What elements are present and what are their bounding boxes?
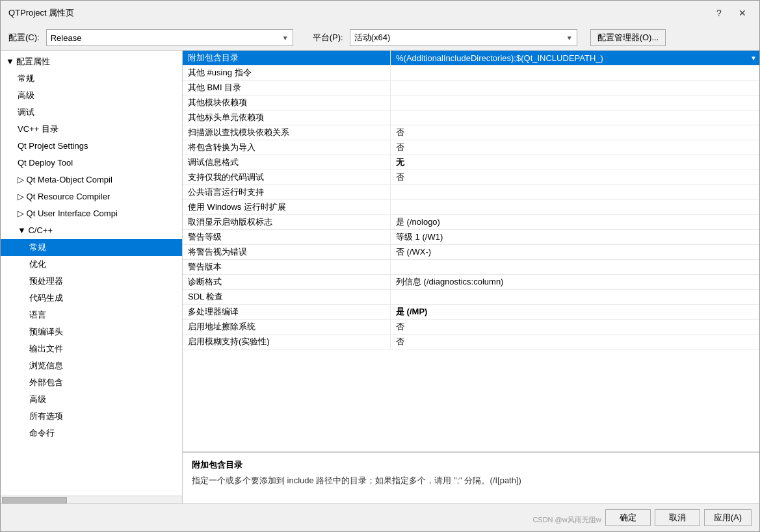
prop-name-windows-runtime-ext: 使用 Windows 运行时扩展 <box>183 200 391 214</box>
prop-value-sdl-check <box>391 290 759 304</box>
tree-item-ccpp-preprocessor[interactable]: 预处理器 <box>1 273 182 290</box>
tree-item-ccpp-browse[interactable]: 浏览信息 <box>1 357 182 374</box>
tree-container: ▼ 配置属性常规高级调试VC++ 目录Qt Project SettingsQt… <box>1 51 182 496</box>
prop-row-common-lang-runtime[interactable]: 公共语言运行时支持 <box>183 185 759 200</box>
prop-name-diag-format: 诊断格式 <box>183 275 391 289</box>
tree-item-ccpp-output[interactable]: 输出文件 <box>1 340 182 357</box>
main-content: ▼ 配置属性常规高级调试VC++ 目录Qt Project SettingsQt… <box>1 50 759 503</box>
prop-name-warnings-as-errors: 将警告视为错误 <box>183 245 391 259</box>
tree-item-ccpp-advanced2[interactable]: 高级 <box>1 391 182 408</box>
tree-item-general[interactable]: 常规 <box>1 70 182 87</box>
tree-item-qt-meta-object[interactable]: ▷ Qt Meta-Object Compil <box>1 171 182 188</box>
property-table: 附加包含目录%(AdditionalIncludeDirectories);$(… <box>183 51 759 451</box>
prop-row-sdl-check[interactable]: SDL 检查 <box>183 290 759 305</box>
tree-item-ccpp-pch[interactable]: 预编译头 <box>1 323 182 340</box>
prop-name-other-module-deps: 其他模块依赖项 <box>183 95 391 110</box>
prop-row-scan-deps[interactable]: 扫描源以查找模块依赖关系否 <box>183 125 759 140</box>
prop-value-include-to-import: 否 <box>391 140 759 155</box>
prop-name-additional-include: 附加包含目录 <box>183 51 391 65</box>
right-panel: 附加包含目录%(AdditionalIncludeDirectories);$(… <box>183 51 759 503</box>
cancel-button[interactable]: 取消 <box>655 509 700 526</box>
prop-value-fuzzy-support: 否 <box>391 335 759 349</box>
prop-value-windows-runtime-ext <box>391 200 759 214</box>
prop-row-include-to-import[interactable]: 将包含转换为导入否 <box>183 140 759 155</box>
help-button[interactable]: ? <box>710 6 728 20</box>
prop-value-support-my-code: 否 <box>391 170 759 184</box>
prop-name-scan-deps: 扫描源以查找模块依赖关系 <box>183 125 391 140</box>
prop-row-windows-runtime-ext[interactable]: 使用 Windows 运行时扩展 <box>183 200 759 215</box>
tree-item-ccpp[interactable]: ▼ C/C++ <box>1 222 182 239</box>
tree-item-ccpp-general[interactable]: 常规 <box>1 239 182 256</box>
prop-value-warnings-as-errors: 否 (/WX-) <box>391 245 759 259</box>
prop-value-aslr: 否 <box>391 320 759 334</box>
prop-name-sdl-check: SDL 检查 <box>183 290 391 304</box>
ok-button[interactable]: 确定 <box>605 509 651 526</box>
platform-dropdown-arrow: ▼ <box>566 34 573 42</box>
prop-row-aslr[interactable]: 启用地址擦除系统否 <box>183 320 759 335</box>
config-manager-button[interactable]: 配置管理器(O)... <box>590 29 666 46</box>
prop-dropdown-arrow-additional-include[interactable]: ▼ <box>750 55 757 62</box>
apply-button[interactable]: 应用(A) <box>704 509 752 526</box>
platform-dropdown[interactable]: 活动(x64) ▼ <box>350 29 577 46</box>
prop-row-other-bmi[interactable]: 其他 BMI 目录 <box>183 81 759 95</box>
prop-row-warning-level[interactable]: 警告等级等级 1 (/W1) <box>183 230 759 245</box>
prop-name-aslr: 启用地址擦除系统 <box>183 320 391 334</box>
prop-row-other-using[interactable]: 其他 #using 指令 <box>183 66 759 81</box>
prop-name-other-using: 其他 #using 指令 <box>183 66 391 80</box>
description-title: 附加包含目录 <box>192 459 750 471</box>
tree-item-qt-project-settings[interactable]: Qt Project Settings <box>1 138 182 155</box>
prop-name-support-my-code: 支持仅我的代码调试 <box>183 170 391 184</box>
prop-row-warning-version[interactable]: 警告版本 <box>183 260 759 275</box>
prop-value-other-using <box>391 66 759 80</box>
prop-value-additional-include: %(AdditionalIncludeDirectories);$(Qt_INC… <box>391 51 759 65</box>
prop-row-debug-format[interactable]: 调试信息格式无 <box>183 155 759 170</box>
scrollbar-thumb[interactable] <box>2 497 67 503</box>
tree-item-qt-resource-compiler[interactable]: ▷ Qt Resource Compiler <box>1 188 182 205</box>
title-bar-buttons: ? ✕ <box>710 6 752 20</box>
tree-item-ccpp-codegen[interactable]: 代码生成 <box>1 290 182 307</box>
tree-item-ccpp-cmdline[interactable]: 命令行 <box>1 425 182 442</box>
prop-value-diag-format: 列信息 (/diagnostics:column) <box>391 275 759 289</box>
prop-row-multi-proc[interactable]: 多处理器编译是 (/MP) <box>183 305 759 320</box>
config-dropdown[interactable]: Release ▼ <box>46 29 293 46</box>
tree-item-advanced[interactable]: 高级 <box>1 87 182 104</box>
prop-name-fuzzy-support: 启用模糊支持(实验性) <box>183 335 391 349</box>
left-panel: ▼ 配置属性常规高级调试VC++ 目录Qt Project SettingsQt… <box>1 51 183 503</box>
prop-value-warning-version <box>391 260 759 274</box>
watermark: CSDN @w风雨无阻w <box>532 515 601 526</box>
prop-name-multi-proc: 多处理器编译 <box>183 305 391 319</box>
window-title: QTProject 属性页 <box>8 7 74 19</box>
prop-value-other-header-deps <box>391 110 759 125</box>
tree-item-ccpp-allopts[interactable]: 所有选项 <box>1 408 182 425</box>
tree-item-ccpp-language[interactable]: 语言 <box>1 307 182 323</box>
config-value: Release <box>51 33 82 43</box>
prop-row-other-header-deps[interactable]: 其他标头单元依赖项 <box>183 110 759 125</box>
prop-row-warnings-as-errors[interactable]: 将警告视为错误否 (/WX-) <box>183 245 759 260</box>
platform-label: 平台(P): <box>313 32 343 44</box>
description-area: 附加包含目录 指定一个或多个要添加到 include 路径中的目录；如果指定多个… <box>183 451 759 503</box>
prop-row-suppress-startup-banner[interactable]: 取消显示启动版权标志是 (/nologo) <box>183 215 759 230</box>
prop-row-additional-include[interactable]: 附加包含目录%(AdditionalIncludeDirectories);$(… <box>183 51 759 66</box>
tree-item-vc-dir[interactable]: VC++ 目录 <box>1 121 182 138</box>
tree-item-ccpp-external[interactable]: 外部包含 <box>1 374 182 391</box>
bottom-bar: CSDN @w风雨无阻w 确定 取消 应用(A) <box>1 503 759 531</box>
tree-item-config-props[interactable]: ▼ 配置属性 <box>1 53 182 70</box>
prop-name-warning-level: 警告等级 <box>183 230 391 244</box>
prop-value-suppress-startup-banner: 是 (/nologo) <box>391 215 759 229</box>
title-bar: QTProject 属性页 ? ✕ <box>1 1 759 25</box>
tree-item-ccpp-optimize[interactable]: 优化 <box>1 256 182 273</box>
description-text: 指定一个或多个要添加到 include 路径中的目录；如果指定多个，请用 ";"… <box>192 475 750 487</box>
prop-row-support-my-code[interactable]: 支持仅我的代码调试否 <box>183 170 759 185</box>
horizontal-scrollbar[interactable] <box>1 496 182 503</box>
tree-item-qt-user-interface[interactable]: ▷ Qt User Interface Compi <box>1 205 182 222</box>
config-row: 配置(C): Release ▼ 平台(P): 活动(x64) ▼ 配置管理器(… <box>1 25 759 50</box>
tree-item-debug[interactable]: 调试 <box>1 104 182 121</box>
prop-name-common-lang-runtime: 公共语言运行时支持 <box>183 185 391 199</box>
tree-item-qt-deploy-tool[interactable]: Qt Deploy Tool <box>1 155 182 171</box>
prop-row-fuzzy-support[interactable]: 启用模糊支持(实验性)否 <box>183 335 759 349</box>
prop-value-scan-deps: 否 <box>391 125 759 140</box>
prop-row-diag-format[interactable]: 诊断格式列信息 (/diagnostics:column) <box>183 275 759 290</box>
prop-name-other-bmi: 其他 BMI 目录 <box>183 81 391 95</box>
close-button[interactable]: ✕ <box>733 6 752 20</box>
prop-row-other-module-deps[interactable]: 其他模块依赖项 <box>183 95 759 110</box>
